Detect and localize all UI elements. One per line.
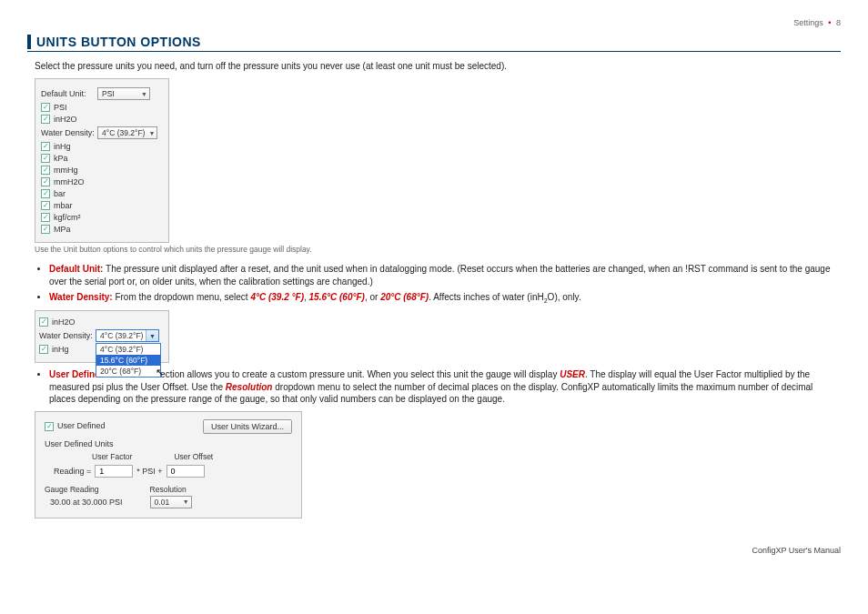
resolution-value: 0.01 [155, 498, 170, 507]
water-density-value: 4°C (39.2°F) [102, 128, 145, 137]
section-title: Units Button Options [27, 35, 841, 49]
checkbox-user-defined[interactable] [45, 422, 54, 431]
checkbox-inhg[interactable] [41, 142, 50, 151]
unit-label: kgf/cm² [54, 213, 81, 222]
chevron-down-icon: ▼ [141, 91, 147, 97]
bullet-list-2: User Defined Units: This section allows … [49, 368, 841, 406]
user-defined-label: User Defined [57, 421, 106, 430]
checkbox-mmhg[interactable] [41, 166, 50, 175]
text: The pressure unit displayed after a rese… [49, 264, 830, 287]
reading-label: Reading = [54, 467, 91, 476]
user-offset-head: User Offset [174, 452, 213, 461]
dropdown-option-selected[interactable]: 15.6°C (60°F) [96, 355, 160, 366]
opt: 20°C (68°F) [380, 292, 429, 302]
unit-label: inH2O [54, 115, 77, 124]
water-density-select-open[interactable]: 4°C (39.2°F) ▼ 4°C (39.2°F) 15.6°C (60°F… [96, 329, 159, 342]
chevron-down-icon: ▼ [183, 498, 189, 505]
checkbox-kpa[interactable] [41, 154, 50, 163]
user-defined-panel: User Defined User Units Wizard... User D… [35, 411, 302, 518]
user-units-wizard-button[interactable]: User Units Wizard... [203, 419, 292, 434]
water-density-select[interactable]: 4°C (39.2°F) ▼ [97, 126, 157, 139]
res-word: Resolution [226, 382, 273, 392]
footer-text: ConfigXP User's Manual [27, 546, 841, 555]
unit-label: bar [54, 189, 66, 198]
checkbox-mbar[interactable] [41, 201, 50, 210]
chevron-down-icon: ▼ [148, 130, 155, 136]
text: This section allows you to create a cust… [134, 369, 560, 379]
bullet-icon: • [828, 18, 831, 27]
checkbox-mmh2o[interactable] [41, 177, 50, 186]
water-density-label: Water Density: [41, 128, 97, 137]
bullet-water-density: Water Density: From the dropdown menu, s… [49, 291, 841, 305]
gauge-reading-box: Gauge Reading 30.00 at 30.000 PSI [45, 485, 123, 508]
user-factor-input[interactable] [95, 465, 133, 478]
selected-value: 4°C (39.2°F) [100, 331, 143, 340]
text: . Affects inches of water (inH [429, 292, 544, 302]
opt: 4°C (39.2 °F) [250, 292, 304, 302]
checkbox-mpa[interactable] [41, 225, 50, 234]
user-offset-input[interactable] [167, 465, 205, 478]
default-unit-label: Default Unit: [41, 89, 97, 98]
user-word: USER [560, 369, 585, 379]
unit-label: MPa [54, 225, 71, 234]
text: O), only. [548, 292, 581, 302]
unit-label: PSI [54, 103, 67, 112]
checkbox-bar[interactable] [41, 189, 50, 198]
dropdown-option[interactable]: 20°C (68°F) [96, 366, 160, 377]
chevron-down-icon: ▼ [146, 330, 158, 341]
text: , or [365, 292, 380, 302]
opt: 15.6°C (60°F) [309, 292, 365, 302]
checkbox-psi[interactable] [41, 103, 50, 112]
checkbox-inh2o[interactable] [41, 115, 50, 124]
user-defined-check-wrap: User Defined [45, 421, 106, 431]
term: Default Unit: [49, 264, 103, 274]
bullet-list: Default Unit: The pressure unit displaye… [49, 263, 841, 305]
unit-label: mmH2O [54, 177, 85, 186]
cursor-icon: ↖ [156, 367, 164, 378]
resolution-head: Resolution [150, 485, 192, 494]
water-density-panel: inH2O Water Density: 4°C (39.2°F) ▼ 4°C … [35, 310, 169, 363]
term: Water Density: [49, 292, 113, 302]
resolution-select[interactable]: 0.01 ▼ [150, 496, 192, 508]
page-header: Settings • 8 [27, 18, 841, 27]
checkbox-inhg-2[interactable] [39, 345, 48, 354]
unit-label: mbar [54, 201, 73, 210]
resolution-box: Resolution 0.01 ▼ [150, 485, 192, 508]
water-density-label-2: Water Density: [39, 331, 96, 340]
header-section: Settings [793, 18, 823, 27]
user-defined-subhead: User Defined Units [45, 439, 292, 448]
default-unit-value: PSI [102, 89, 115, 98]
unit-label: inHg [54, 142, 71, 151]
bullet-default-unit: Default Unit: The pressure unit displaye… [49, 263, 841, 287]
intro-text: Select the pressure units you need, and … [35, 61, 841, 71]
user-factor-head: User Factor [92, 452, 132, 461]
text: From the dropdown menu, select [113, 292, 251, 302]
panel-caption: Use the Unit button options to control w… [35, 245, 841, 254]
checkbox-kgfcm2[interactable] [41, 213, 50, 222]
dropdown-list: 4°C (39.2°F) 15.6°C (60°F) 20°C (68°F) ↖ [96, 343, 161, 377]
unit-label: mmHg [54, 166, 78, 175]
dropdown-option[interactable]: 4°C (39.2°F) [96, 344, 160, 355]
bullet-user-defined: User Defined Units: This section allows … [49, 368, 841, 406]
psi-plus-label: * PSI + [136, 467, 162, 476]
units-panel: Default Unit: PSI ▼ PSI inH2O Water Dens… [35, 78, 169, 243]
formula-row: Reading = * PSI + [54, 465, 292, 478]
gauge-reading-value: 30.00 at 30.000 PSI [45, 496, 123, 507]
checkbox-inh2o-2[interactable] [39, 317, 48, 327]
unit-label: inH2O [52, 317, 76, 327]
section-rule [27, 51, 841, 52]
header-page: 8 [836, 18, 841, 27]
unit-label: kPa [54, 154, 68, 163]
gauge-reading-head: Gauge Reading [45, 485, 123, 494]
unit-label: inHg [52, 345, 69, 354]
default-unit-select[interactable]: PSI ▼ [97, 87, 150, 100]
